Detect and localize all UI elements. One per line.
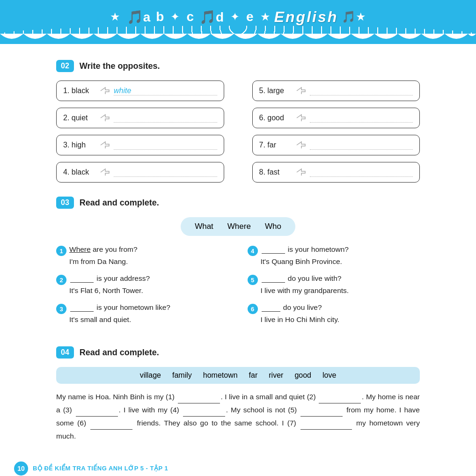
qa-q-text-4: is your hometown? xyxy=(261,245,349,254)
qa-q-text-3: is your hometown like? xyxy=(69,303,170,312)
section-04-header: 04 Read and complete. xyxy=(56,346,159,359)
section-02-title: Write the opposites. xyxy=(80,61,160,71)
where-underlined: Where xyxy=(69,245,91,253)
star-icon-2: ✦ xyxy=(170,10,180,23)
qa-col-right: 4 is your hometown? It's Quang Binh Prov… xyxy=(248,245,420,332)
header-banner: ★ 🎵a b ✦ c 🎵d ✦ e ★ English 🎵★ xyxy=(0,0,476,34)
opp-item-3: 3. high xyxy=(56,135,224,155)
arrow-icon-8 xyxy=(296,168,306,176)
opp-item-7: 7. far xyxy=(252,135,420,155)
fill-7[interactable] xyxy=(300,429,352,430)
qa-a-4: It's Quang Binh Province. xyxy=(248,257,420,266)
qa-item-3: 3 is your hometown like? It's small and … xyxy=(56,303,229,324)
qa-num-1: 1 xyxy=(56,246,66,256)
qa-q-text-6: do you live? xyxy=(261,303,322,312)
star-icon-3: ✦ xyxy=(230,10,240,23)
qa-q-3: 3 is your hometown like? xyxy=(56,303,229,314)
paragraph-04: My name is Hoa. Ninh Binh is my (1) . I … xyxy=(56,390,420,443)
arrow-icon-1 xyxy=(100,87,110,95)
fill-6[interactable] xyxy=(90,429,132,430)
qa-col-left: 1 Where are you from? I'm from Da Nang. … xyxy=(56,245,229,332)
word-choices-04: village family hometown far river good l… xyxy=(56,367,420,384)
blank-4[interactable] xyxy=(262,253,285,254)
opp-item-2: 2. quiet xyxy=(56,108,224,128)
header-title: English xyxy=(274,8,338,26)
word-who: Who xyxy=(265,222,281,231)
arrow-icon-6 xyxy=(296,114,306,122)
opp-word-8: 8. fast xyxy=(259,168,292,176)
fill-4[interactable] xyxy=(183,416,225,417)
section-03-label: 03 xyxy=(56,197,74,209)
opp-word-6: 6. good xyxy=(259,114,292,122)
qa-q-1: 1 Where are you from? xyxy=(56,245,229,256)
opp-word-1: 1. black xyxy=(63,87,96,95)
section-04-title: Read and complete. xyxy=(80,348,159,358)
qa-num-4: 4 xyxy=(248,246,258,256)
star-icon-1: ★ xyxy=(110,10,120,23)
opp-item-8: 8. fast xyxy=(252,162,420,183)
blank-2[interactable] xyxy=(70,282,94,283)
letter-b: b xyxy=(156,9,164,24)
arrow-icon-3 xyxy=(100,141,110,149)
qa-a-2: It's Flat 6, North Tower. xyxy=(56,286,229,295)
opp-blank-5[interactable] xyxy=(310,86,413,95)
word-family: family xyxy=(172,371,192,380)
arrow-icon-2 xyxy=(100,114,110,122)
word-love: love xyxy=(322,371,336,380)
qa-a-5: I live with my grandparents. xyxy=(248,286,420,295)
opp-blank-7[interactable] xyxy=(310,140,413,150)
main-content: 02 Write the opposites. 1. black white 5… xyxy=(0,46,476,452)
qa-item-1: 1 Where are you from? I'm from Da Nang. xyxy=(56,245,229,266)
star-icon-4: ★ xyxy=(260,10,271,23)
blank-3[interactable] xyxy=(70,311,94,312)
opp-blank-3[interactable] xyxy=(114,140,217,150)
fill-2[interactable] xyxy=(319,403,361,403)
word-what: What xyxy=(195,222,213,231)
fill-5[interactable] xyxy=(300,416,343,417)
footer-page-num: 10 xyxy=(14,461,28,476)
opp-blank-6[interactable] xyxy=(310,113,413,123)
qa-q-text-1: Where are you from? xyxy=(69,245,138,254)
letter-d: 🎵d xyxy=(199,9,224,25)
qa-item-6: 6 do you live? I live in Ho Chi Minh cit… xyxy=(248,303,420,324)
qa-q-4: 4 is your hometown? xyxy=(248,245,420,256)
qa-q-text-2: is your address? xyxy=(69,274,150,283)
blank-6[interactable] xyxy=(262,311,280,312)
qa-q-5: 5 do you live with? xyxy=(248,274,420,285)
qa-item-5: 5 do you live with? I live with my grand… xyxy=(248,274,420,295)
word-far: far xyxy=(249,371,258,380)
opp-item-6: 6. good xyxy=(252,108,420,128)
letter-e: e xyxy=(246,9,254,24)
opp-answer-1: white xyxy=(114,87,217,95)
qa-q-text-5: do you live with? xyxy=(261,274,342,283)
qa-grid: 1 Where are you from? I'm from Da Nang. … xyxy=(56,245,420,332)
scallop-decoration xyxy=(0,34,476,44)
opp-blank-4[interactable] xyxy=(114,168,217,177)
blank-5[interactable] xyxy=(262,282,285,283)
qa-item-2: 2 is your address? It's Flat 6, North To… xyxy=(56,274,229,295)
fill-3[interactable] xyxy=(76,416,118,417)
fill-1[interactable] xyxy=(178,403,220,403)
opp-item-1: 1. black white xyxy=(56,81,224,101)
word-river: river xyxy=(269,371,283,380)
footer-text: BỘ ĐỀ KIỂM TRA TIẾNG ANH LỚP 5 - TẬP 1 xyxy=(33,465,168,472)
word-village: village xyxy=(140,371,161,380)
footer: 10 BỘ ĐỀ KIỂM TRA TIẾNG ANH LỚP 5 - TẬP … xyxy=(0,457,476,476)
opp-item-4: 4. black xyxy=(56,162,224,183)
qa-a-1: I'm from Da Nang. xyxy=(56,257,229,266)
arrow-icon-7 xyxy=(296,141,306,149)
qa-q-2: 2 is your address? xyxy=(56,274,229,285)
opposites-grid: 1. black white 5. large 2. quiet 6. good… xyxy=(56,81,420,183)
section-02-label: 02 xyxy=(56,60,74,72)
section-02-header: 02 Write the opposites. xyxy=(56,60,160,72)
qa-a-6: I live in Ho Chi Minh city. xyxy=(248,315,420,324)
qa-q-6: 6 do you live? xyxy=(248,303,420,314)
opp-word-7: 7. far xyxy=(259,141,292,149)
opp-word-5: 5. large xyxy=(259,87,292,95)
word-good: good xyxy=(294,371,311,380)
section-03-title: Read and complete. xyxy=(80,198,159,208)
opp-blank-8[interactable] xyxy=(310,168,413,177)
opp-word-2: 2. quiet xyxy=(63,114,96,122)
arrow-icon-5 xyxy=(296,87,306,95)
opp-blank-2[interactable] xyxy=(114,113,217,123)
